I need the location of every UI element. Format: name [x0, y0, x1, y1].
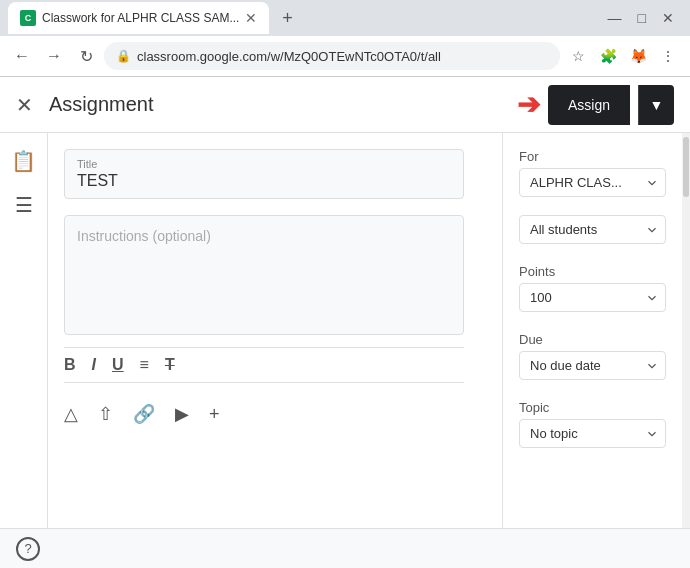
- extensions-button[interactable]: 🧩: [594, 42, 622, 70]
- title-wrapper: Title: [64, 149, 464, 199]
- maximize-button[interactable]: □: [638, 10, 646, 26]
- drive-button[interactable]: △: [64, 403, 78, 425]
- upload-button[interactable]: ⇧: [98, 403, 113, 425]
- text-icon: ☰: [15, 193, 33, 217]
- tab-title: Classwork for ALPHR CLASS SAM...: [42, 11, 239, 25]
- assign-dropdown-button[interactable]: ▼: [638, 85, 674, 125]
- tab-bar: C Classwork for ALPHR CLASS SAM... ✕ + —…: [0, 0, 690, 36]
- topic-section: Topic No topic: [519, 400, 666, 448]
- class-select[interactable]: ALPHR CLAS...: [519, 168, 666, 197]
- assignment-icon: 📋: [11, 149, 36, 173]
- formatting-toolbar: B I U ≡ T: [64, 347, 464, 383]
- underline-button[interactable]: U: [112, 356, 124, 374]
- points-section: Points 100: [519, 264, 666, 312]
- points-label: Points: [519, 264, 666, 279]
- active-tab[interactable]: C Classwork for ALPHR CLASS SAM... ✕: [8, 2, 269, 34]
- address-bar[interactable]: 🔒 classroom.google.com/w/MzQ0OTEwNTc0OTA…: [104, 42, 560, 70]
- new-tab-button[interactable]: +: [273, 4, 301, 32]
- minimize-button[interactable]: —: [608, 10, 622, 26]
- close-assignment-button[interactable]: ✕: [16, 93, 33, 117]
- attachment-bar: △ ⇧ 🔗 ▶ +: [64, 395, 486, 433]
- strikethrough-button[interactable]: T: [165, 356, 175, 374]
- back-button[interactable]: ←: [8, 42, 36, 70]
- nav-actions: ☆ 🧩 🦊 ⋮: [564, 42, 682, 70]
- topic-label: Topic: [519, 400, 666, 415]
- due-section: Due No due date: [519, 332, 666, 380]
- page-title: Assignment: [49, 93, 517, 116]
- menu-button[interactable]: ⋮: [654, 42, 682, 70]
- arrow-indicator: ➔: [517, 88, 540, 121]
- bookmark-button[interactable]: ☆: [564, 42, 592, 70]
- forward-button[interactable]: →: [40, 42, 68, 70]
- for-label: For: [519, 149, 666, 164]
- lock-icon: 🔒: [116, 49, 131, 63]
- scrollbar[interactable]: [682, 133, 690, 568]
- tab-favicon: C: [20, 10, 36, 26]
- instructions-box[interactable]: Instructions (optional): [64, 215, 464, 335]
- link-button[interactable]: 🔗: [133, 403, 155, 425]
- list-button[interactable]: ≡: [140, 356, 149, 374]
- tab-close-button[interactable]: ✕: [245, 10, 257, 26]
- bottom-bar: ?: [0, 528, 690, 568]
- topic-select[interactable]: No topic: [519, 419, 666, 448]
- bold-button[interactable]: B: [64, 356, 76, 374]
- nav-bar: ← → ↻ 🔒 classroom.google.com/w/MzQ0OTEwN…: [0, 36, 690, 76]
- for-section: For ALPHR CLAS... All students: [519, 149, 666, 244]
- add-button[interactable]: +: [209, 404, 220, 425]
- title-input[interactable]: [77, 172, 451, 190]
- assign-button[interactable]: Assign: [548, 85, 630, 125]
- due-label: Due: [519, 332, 666, 347]
- window-controls: — □ ✕: [608, 10, 682, 26]
- scrollbar-thumb[interactable]: [683, 137, 689, 197]
- app-header: ✕ Assignment ➔ Assign ▼: [0, 77, 690, 133]
- youtube-button[interactable]: ▶: [175, 403, 189, 425]
- profile-button[interactable]: 🦊: [624, 42, 652, 70]
- students-select[interactable]: All students: [519, 215, 666, 244]
- right-panel: For ALPHR CLAS... All students Points 10…: [502, 133, 682, 568]
- reload-button[interactable]: ↻: [72, 42, 100, 70]
- url-text: classroom.google.com/w/MzQ0OTEwNTc0OTA0/…: [137, 49, 441, 64]
- title-label: Title: [77, 158, 451, 170]
- due-select[interactable]: No due date: [519, 351, 666, 380]
- app-body: 📋 ☰ Title Instructions (optional) B I U …: [0, 133, 690, 568]
- help-button[interactable]: ?: [16, 537, 40, 561]
- sidebar-icons: 📋 ☰: [0, 133, 48, 568]
- main-content: Title Instructions (optional) B I U ≡ T …: [48, 133, 502, 568]
- assign-actions: ➔ Assign ▼: [517, 85, 674, 125]
- browser-chrome: C Classwork for ALPHR CLASS SAM... ✕ + —…: [0, 0, 690, 77]
- points-select[interactable]: 100: [519, 283, 666, 312]
- italic-button[interactable]: I: [92, 356, 96, 374]
- close-window-button[interactable]: ✕: [662, 10, 674, 26]
- instructions-placeholder: Instructions (optional): [77, 228, 211, 244]
